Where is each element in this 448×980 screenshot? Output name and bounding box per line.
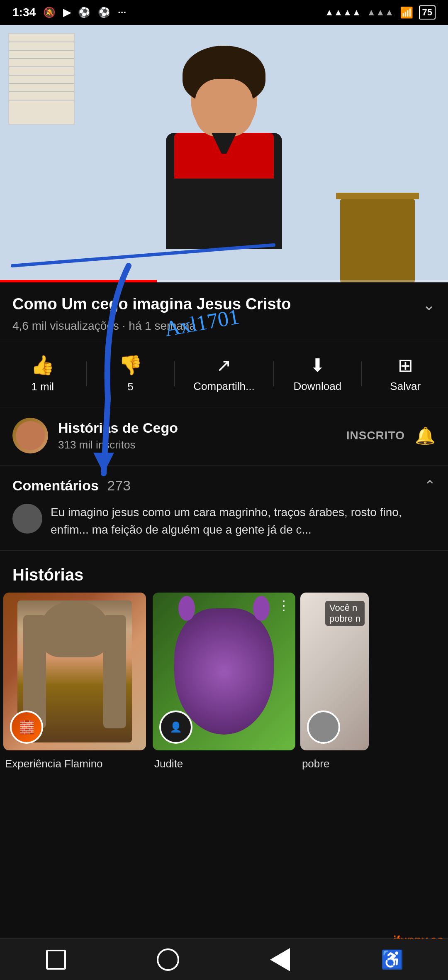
- channel-badge-1: 🧱: [10, 710, 43, 744]
- notification-bell-icon[interactable]: 🔔: [415, 426, 436, 446]
- video-progress-fill: [0, 280, 157, 282]
- battery-indicator: 75: [419, 5, 436, 20]
- nav-accessibility-button[interactable]: ♿: [375, 943, 409, 976]
- channel-info: Histórias de Cego 313 mil inscritos: [58, 420, 178, 451]
- divider-3: [273, 361, 274, 386]
- person-head: [191, 54, 257, 137]
- subscribe-button[interactable]: INSCRITO: [346, 429, 405, 442]
- time-ago: ·: [122, 319, 129, 332]
- toy-ear-left: [178, 596, 195, 621]
- wifi-icon: 📶: [400, 6, 413, 19]
- comment-text: Eu imagino jesus como um cara magrinho, …: [51, 504, 436, 539]
- soccer-icon-2: ⚽: [98, 7, 110, 18]
- comment-preview[interactable]: Eu imagino jesus como um cara magrinho, …: [12, 504, 436, 539]
- room-window: [8, 33, 75, 125]
- comments-section: Comentários 273 ⌃ Eu imagino jesus como …: [0, 466, 448, 551]
- nav-recent-apps-button[interactable]: [39, 943, 73, 976]
- channel-badge-2: 👤: [159, 710, 192, 744]
- comments-count: 273: [107, 478, 131, 493]
- channel-subscribers: 313 mil inscritos: [58, 439, 178, 451]
- person-figure: [137, 37, 311, 270]
- divider-1: [86, 361, 87, 386]
- comments-header: Comentários 273 ⌃: [12, 477, 436, 494]
- channel-badge-3: [307, 710, 340, 744]
- avatar-image: [16, 421, 45, 450]
- more-options-icon-2[interactable]: ⋮: [277, 598, 290, 613]
- comments-title: Comentários: [12, 478, 99, 493]
- channel-right: INSCRITO 🔔: [346, 426, 436, 446]
- silent-icon: 🔕: [43, 7, 56, 18]
- video-meta: 4,6 mil visualizações · há 1 semana: [12, 319, 436, 333]
- signal-icon-2: ▲▲▲: [367, 7, 394, 18]
- share-label: Compartilh...: [193, 380, 254, 393]
- video-thumb-2: ⋮ 👤: [153, 593, 295, 750]
- signal-icon-1: ▲▲▲▲: [325, 7, 361, 18]
- save-icon: ⊞: [398, 355, 413, 376]
- channel-section: Histórias de Cego 313 mil inscritos INSC…: [0, 406, 448, 466]
- download-icon: ⬇: [310, 355, 325, 376]
- person-face: [195, 79, 253, 137]
- nav-home-button[interactable]: [151, 943, 185, 976]
- chevron-down-icon[interactable]: ⌄: [422, 296, 436, 314]
- view-count: 4,6 mil visualizações: [12, 319, 119, 332]
- download-button[interactable]: ⬇ Download: [292, 355, 342, 393]
- navigation-bar: ♿: [0, 938, 448, 980]
- video-title: Como Um cego imagina Jesus Cristo: [12, 294, 414, 314]
- accessibility-icon: ♿: [381, 949, 404, 970]
- video-grid: 🧱 Experiência Flamino ⋮ 👤 Judite: [0, 593, 448, 779]
- video-thumb-3: Você npobre n: [300, 593, 369, 750]
- commenter-avatar: [12, 504, 42, 534]
- video-card-label-2: Judite: [153, 750, 295, 771]
- comments-title-area: Comentários 273: [12, 478, 131, 494]
- like-icon: 👍: [31, 354, 54, 376]
- download-label: Download: [294, 380, 342, 393]
- recent-apps-icon: [46, 950, 66, 970]
- status-right-icons: ▲▲▲▲ ▲▲▲ 📶 75: [325, 5, 436, 20]
- time-display: 1:34: [12, 6, 36, 19]
- upload-time: há 1 semana: [129, 319, 196, 332]
- video-card-label-1: Experiência Flamino: [3, 750, 146, 771]
- video-card-2[interactable]: ⋮ 👤 Judite: [149, 593, 299, 771]
- divider-4: [361, 361, 362, 386]
- home-icon: [157, 948, 179, 971]
- status-bar: 1:34 🔕 ▶ ⚽ ⚽ ··· ▲▲▲▲ ▲▲▲ 📶 75: [0, 0, 448, 25]
- nav-back-button[interactable]: [263, 943, 297, 976]
- youtube-status-icon: ▶: [63, 7, 71, 18]
- back-icon: [270, 948, 290, 971]
- like-button[interactable]: 👍 1 mil: [18, 354, 68, 393]
- share-icon: ↗: [216, 355, 231, 376]
- channel-name[interactable]: Histórias de Cego: [58, 420, 178, 436]
- dislike-button[interactable]: 👎 5: [105, 354, 155, 393]
- video-thumb-1: 🧱: [3, 593, 146, 750]
- video-card-3[interactable]: Você npobre n pobre: [299, 593, 370, 771]
- video-player[interactable]: [0, 25, 448, 282]
- video-info-section: Como Um cego imagina Jesus Cristo ⌄ 4,6 …: [0, 282, 448, 341]
- save-label: Salvar: [390, 380, 421, 393]
- toy-ear-right: [253, 596, 270, 621]
- toy-figure: [174, 608, 274, 735]
- expand-icon[interactable]: ⌃: [424, 477, 436, 494]
- channel-left: Histórias de Cego 313 mil inscritos: [12, 418, 178, 453]
- soccer-icon-1: ⚽: [78, 7, 90, 18]
- dislike-icon: 👎: [119, 354, 142, 376]
- toy-ears: [178, 596, 270, 621]
- actions-row: 👍 1 mil 👎 5 ↗ Compartilh... ⬇ Download ⊞…: [0, 341, 448, 406]
- like-count: 1 mil: [31, 380, 54, 393]
- status-time-area: 1:34 🔕 ▶ ⚽ ⚽ ···: [12, 6, 126, 19]
- divider-2: [174, 361, 175, 386]
- dislike-count: 5: [127, 380, 133, 393]
- title-row: Como Um cego imagina Jesus Cristo ⌄: [12, 294, 436, 314]
- person-body: [166, 133, 282, 249]
- video-progress-bar[interactable]: [0, 280, 448, 282]
- dots-icon: ···: [118, 7, 126, 18]
- historias-section-title: Histórias: [0, 551, 448, 593]
- video-card-label-3: pobre: [300, 750, 369, 771]
- channel-avatar[interactable]: [12, 418, 48, 453]
- save-button[interactable]: ⊞ Salvar: [380, 355, 430, 393]
- room-dresser: [340, 199, 415, 282]
- share-button[interactable]: ↗ Compartilh...: [193, 355, 254, 393]
- video-card-1[interactable]: 🧱 Experiência Flamino: [0, 593, 149, 771]
